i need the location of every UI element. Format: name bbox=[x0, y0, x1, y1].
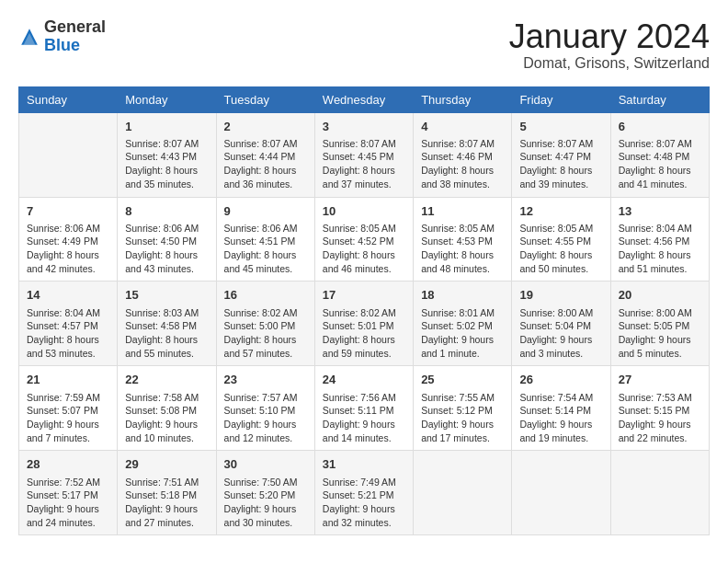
day-number: 2 bbox=[224, 119, 307, 135]
day-info: Sunrise: 8:07 AMSunset: 4:47 PMDaylight:… bbox=[519, 137, 602, 191]
week-row-5: 28Sunrise: 7:52 AMSunset: 5:17 PMDayligh… bbox=[19, 451, 710, 535]
day-info: Sunrise: 7:49 AMSunset: 5:21 PMDaylight:… bbox=[323, 476, 405, 530]
day-number: 4 bbox=[421, 119, 504, 135]
day-info: Sunrise: 7:59 AMSunset: 5:07 PMDaylight:… bbox=[27, 391, 109, 445]
calendar-cell: 26Sunrise: 7:54 AMSunset: 5:14 PMDayligh… bbox=[512, 366, 610, 451]
calendar-cell: 1Sunrise: 8:07 AMSunset: 4:43 PMDaylight… bbox=[118, 112, 216, 197]
day-info: Sunrise: 8:07 AMSunset: 4:44 PMDaylight:… bbox=[224, 137, 307, 191]
day-number: 27 bbox=[619, 372, 701, 388]
day-number: 23 bbox=[224, 372, 307, 388]
calendar-cell: 18Sunrise: 8:01 AMSunset: 5:02 PMDayligh… bbox=[414, 282, 512, 366]
day-number: 19 bbox=[519, 287, 602, 304]
calendar-table: SundayMondayTuesdayWednesdayThursdayFrid… bbox=[18, 86, 710, 536]
day-info: Sunrise: 8:00 AMSunset: 5:05 PMDaylight:… bbox=[619, 306, 701, 361]
weekday-header-wednesday: Wednesday bbox=[314, 86, 413, 112]
weekday-header-row: SundayMondayTuesdayWednesdayThursdayFrid… bbox=[19, 86, 710, 112]
calendar-cell: 4Sunrise: 8:07 AMSunset: 4:46 PMDaylight… bbox=[414, 112, 512, 197]
day-number: 22 bbox=[125, 372, 208, 388]
day-number: 13 bbox=[619, 203, 701, 220]
day-number: 6 bbox=[619, 119, 701, 135]
calendar-cell: 31Sunrise: 7:49 AMSunset: 5:21 PMDayligh… bbox=[314, 451, 413, 535]
calendar-cell: 3Sunrise: 8:07 AMSunset: 4:45 PMDaylight… bbox=[314, 112, 413, 197]
day-number: 3 bbox=[323, 119, 405, 135]
day-number: 26 bbox=[519, 372, 602, 388]
day-info: Sunrise: 8:00 AMSunset: 5:04 PMDaylight:… bbox=[519, 306, 602, 361]
calendar-cell: 8Sunrise: 8:06 AMSunset: 4:50 PMDaylight… bbox=[118, 197, 216, 282]
logo-icon bbox=[18, 26, 40, 48]
day-info: Sunrise: 7:58 AMSunset: 5:08 PMDaylight:… bbox=[125, 391, 208, 445]
day-info: Sunrise: 8:03 AMSunset: 4:58 PMDaylight:… bbox=[125, 306, 208, 361]
day-number: 21 bbox=[27, 372, 109, 388]
day-info: Sunrise: 8:07 AMSunset: 4:46 PMDaylight:… bbox=[421, 137, 504, 191]
calendar-cell: 23Sunrise: 7:57 AMSunset: 5:10 PMDayligh… bbox=[216, 366, 314, 451]
weekday-header-sunday: Sunday bbox=[19, 86, 118, 112]
day-number: 24 bbox=[323, 372, 405, 388]
day-number: 17 bbox=[323, 287, 405, 304]
logo-text: General Blue bbox=[44, 18, 106, 55]
week-row-4: 21Sunrise: 7:59 AMSunset: 5:07 PMDayligh… bbox=[19, 366, 710, 451]
month-title: January 2024 bbox=[509, 18, 710, 55]
calendar-cell: 6Sunrise: 8:07 AMSunset: 4:48 PMDaylight… bbox=[610, 112, 709, 197]
day-info: Sunrise: 8:05 AMSunset: 4:52 PMDaylight:… bbox=[323, 222, 405, 276]
day-info: Sunrise: 8:04 AMSunset: 4:56 PMDaylight:… bbox=[619, 222, 701, 276]
logo-general: General bbox=[44, 17, 106, 36]
calendar-cell: 22Sunrise: 7:58 AMSunset: 5:08 PMDayligh… bbox=[118, 366, 216, 451]
day-number: 18 bbox=[421, 287, 504, 304]
calendar-cell: 2Sunrise: 8:07 AMSunset: 4:44 PMDaylight… bbox=[216, 112, 314, 197]
weekday-header-saturday: Saturday bbox=[610, 86, 709, 112]
page-header: General Blue January 2024 Domat, Grisons… bbox=[18, 18, 710, 72]
day-info: Sunrise: 8:07 AMSunset: 4:45 PMDaylight:… bbox=[323, 137, 405, 191]
calendar-cell: 11Sunrise: 8:05 AMSunset: 4:53 PMDayligh… bbox=[414, 197, 512, 282]
location-subtitle: Domat, Grisons, Switzerland bbox=[509, 55, 710, 72]
calendar-cell: 9Sunrise: 8:06 AMSunset: 4:51 PMDaylight… bbox=[216, 197, 314, 282]
calendar-cell: 16Sunrise: 8:02 AMSunset: 5:00 PMDayligh… bbox=[216, 282, 314, 366]
day-number: 15 bbox=[125, 287, 208, 304]
day-info: Sunrise: 7:52 AMSunset: 5:17 PMDaylight:… bbox=[27, 476, 109, 530]
calendar-cell: 28Sunrise: 7:52 AMSunset: 5:17 PMDayligh… bbox=[19, 451, 118, 535]
day-number: 14 bbox=[27, 287, 109, 304]
day-number: 20 bbox=[619, 287, 701, 304]
day-number: 25 bbox=[421, 372, 504, 388]
calendar-cell: 15Sunrise: 8:03 AMSunset: 4:58 PMDayligh… bbox=[118, 282, 216, 366]
calendar-cell: 17Sunrise: 8:02 AMSunset: 5:01 PMDayligh… bbox=[314, 282, 413, 366]
day-number: 7 bbox=[27, 203, 109, 220]
calendar-cell: 27Sunrise: 7:53 AMSunset: 5:15 PMDayligh… bbox=[610, 366, 709, 451]
day-info: Sunrise: 7:56 AMSunset: 5:11 PMDaylight:… bbox=[323, 391, 405, 445]
day-number: 1 bbox=[125, 119, 208, 135]
day-number: 31 bbox=[323, 456, 405, 473]
day-info: Sunrise: 8:06 AMSunset: 4:49 PMDaylight:… bbox=[27, 222, 109, 276]
calendar-cell bbox=[512, 451, 610, 535]
day-number: 28 bbox=[27, 456, 109, 473]
calendar-cell: 29Sunrise: 7:51 AMSunset: 5:18 PMDayligh… bbox=[118, 451, 216, 535]
day-number: 9 bbox=[224, 203, 307, 220]
calendar-cell: 7Sunrise: 8:06 AMSunset: 4:49 PMDaylight… bbox=[19, 197, 118, 282]
day-number: 16 bbox=[224, 287, 307, 304]
week-row-3: 14Sunrise: 8:04 AMSunset: 4:57 PMDayligh… bbox=[19, 282, 710, 366]
week-row-1: 1Sunrise: 8:07 AMSunset: 4:43 PMDaylight… bbox=[19, 112, 710, 197]
day-info: Sunrise: 8:02 AMSunset: 5:00 PMDaylight:… bbox=[224, 306, 307, 361]
calendar-cell: 20Sunrise: 8:00 AMSunset: 5:05 PMDayligh… bbox=[610, 282, 709, 366]
day-info: Sunrise: 7:54 AMSunset: 5:14 PMDaylight:… bbox=[519, 391, 602, 445]
day-number: 12 bbox=[519, 203, 602, 220]
calendar-cell: 5Sunrise: 8:07 AMSunset: 4:47 PMDaylight… bbox=[512, 112, 610, 197]
calendar-cell: 13Sunrise: 8:04 AMSunset: 4:56 PMDayligh… bbox=[610, 197, 709, 282]
day-info: Sunrise: 7:57 AMSunset: 5:10 PMDaylight:… bbox=[224, 391, 307, 445]
day-info: Sunrise: 8:05 AMSunset: 4:53 PMDaylight:… bbox=[421, 222, 504, 276]
day-number: 11 bbox=[421, 203, 504, 220]
title-block: January 2024 Domat, Grisons, Switzerland bbox=[509, 18, 710, 72]
calendar-cell: 19Sunrise: 8:00 AMSunset: 5:04 PMDayligh… bbox=[512, 282, 610, 366]
day-info: Sunrise: 8:02 AMSunset: 5:01 PMDaylight:… bbox=[323, 306, 405, 361]
day-info: Sunrise: 8:05 AMSunset: 4:55 PMDaylight:… bbox=[519, 222, 602, 276]
logo: General Blue bbox=[18, 18, 106, 55]
weekday-header-thursday: Thursday bbox=[414, 86, 512, 112]
day-info: Sunrise: 8:06 AMSunset: 4:51 PMDaylight:… bbox=[224, 222, 307, 276]
day-number: 30 bbox=[224, 456, 307, 473]
day-info: Sunrise: 8:06 AMSunset: 4:50 PMDaylight:… bbox=[125, 222, 208, 276]
calendar-cell bbox=[19, 112, 118, 197]
day-number: 8 bbox=[125, 203, 208, 220]
calendar-cell: 12Sunrise: 8:05 AMSunset: 4:55 PMDayligh… bbox=[512, 197, 610, 282]
day-info: Sunrise: 8:07 AMSunset: 4:48 PMDaylight:… bbox=[619, 137, 701, 191]
logo-blue: Blue bbox=[44, 36, 80, 54]
calendar-cell: 14Sunrise: 8:04 AMSunset: 4:57 PMDayligh… bbox=[19, 282, 118, 366]
calendar-cell bbox=[414, 451, 512, 535]
